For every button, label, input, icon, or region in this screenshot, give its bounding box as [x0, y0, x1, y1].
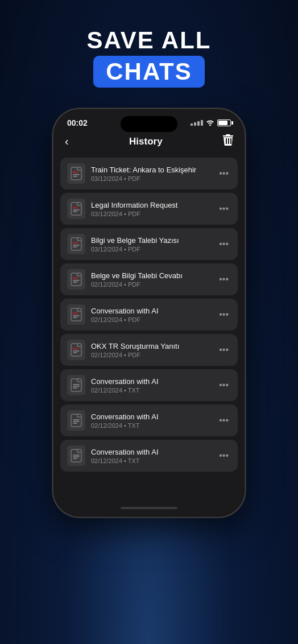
item-meta: 02/12/2024 • TXT	[91, 387, 211, 394]
more-button[interactable]: •••	[217, 272, 231, 287]
headline-line2: CHATS	[106, 58, 192, 85]
status-icons	[191, 118, 231, 127]
item-info: Conversation with AI 02/12/2024 • TXT	[91, 412, 211, 429]
list-item[interactable]: PDF Bilgi ve Belge Talebi Yazısı 03/12/2…	[60, 228, 238, 260]
phone-frame: 00:02 ‹ History	[52, 108, 246, 518]
item-title: Belge ve Bilgi Talebi Cevabı	[91, 271, 211, 280]
back-button[interactable]: ‹	[65, 135, 69, 148]
file-icon	[67, 375, 85, 395]
item-meta: 02/12/2024 • PDF	[91, 316, 211, 323]
wifi-icon	[206, 118, 214, 127]
dynamic-island	[121, 116, 177, 132]
file-icon: PDF	[67, 163, 85, 184]
svg-text:PDF: PDF	[73, 241, 78, 245]
status-time: 00:02	[67, 118, 88, 127]
item-info: OKX TR Soruşturma Yanıtı 02/12/2024 • PD…	[91, 342, 211, 358]
more-button[interactable]: •••	[217, 237, 231, 251]
more-button[interactable]: •••	[217, 413, 231, 428]
item-title: Conversation with AI	[91, 412, 211, 421]
file-icon: PDF	[67, 304, 85, 325]
item-info: Bilgi ve Belge Talebi Yazısı 03/12/2024 …	[91, 236, 211, 253]
svg-text:PDF: PDF	[73, 206, 78, 209]
item-title: Legal Information Request	[91, 201, 211, 209]
file-icon: PDF	[67, 269, 85, 290]
item-info: Conversation with AI 02/12/2024 • PDF	[91, 307, 211, 323]
list-item[interactable]: PDF OKX TR Soruşturma Yanıtı 02/12/2024 …	[60, 334, 238, 366]
list-item[interactable]: Conversation with AI 02/12/2024 • TXT ••…	[60, 440, 238, 472]
more-button[interactable]: •••	[217, 201, 231, 216]
list-item[interactable]: PDF Legal Information Request 03/12/2024…	[60, 193, 238, 225]
home-indicator	[53, 499, 245, 517]
file-icon: PDF	[67, 199, 85, 219]
item-info: Train Ticket: Ankara to Eskişehir 03/12/…	[91, 166, 211, 182]
item-info: Conversation with AI 02/12/2024 • TXT	[91, 377, 211, 394]
item-meta: 02/12/2024 • PDF	[91, 352, 211, 358]
item-title: OKX TR Soruşturma Yanıtı	[91, 342, 211, 350]
item-meta: 03/12/2024 • PDF	[91, 246, 211, 253]
file-icon: PDF	[67, 340, 85, 360]
item-info: Legal Information Request 03/12/2024 • P…	[91, 201, 211, 217]
nav-title: History	[129, 136, 163, 147]
list-item[interactable]: PDF Train Ticket: Ankara to Eskişehir 03…	[60, 158, 238, 189]
file-icon	[67, 445, 85, 466]
more-button[interactable]: •••	[217, 166, 231, 181]
item-title: Conversation with AI	[91, 448, 211, 456]
delete-button[interactable]	[223, 134, 233, 148]
svg-text:PDF: PDF	[73, 171, 78, 174]
history-list: PDF Train Ticket: Ankara to Eskişehir 03…	[53, 155, 245, 499]
item-meta: 03/12/2024 • PDF	[91, 210, 211, 217]
item-info: Belge ve Bilgi Talebi Cevabı 02/12/2024 …	[91, 271, 211, 288]
battery-icon	[217, 119, 231, 126]
more-button[interactable]: •••	[217, 378, 231, 393]
item-title: Conversation with AI	[91, 377, 211, 386]
list-item[interactable]: PDF Conversation with AI 02/12/2024 • PD…	[60, 299, 238, 331]
svg-text:PDF: PDF	[73, 347, 78, 350]
item-title: Conversation with AI	[91, 307, 211, 315]
chats-badge: CHATS	[93, 56, 205, 88]
item-meta: 02/12/2024 • PDF	[91, 281, 211, 288]
file-icon: PDF	[67, 234, 85, 254]
list-item[interactable]: Conversation with AI 02/12/2024 • TXT ••…	[60, 369, 238, 401]
svg-rect-12	[71, 379, 81, 391]
more-button[interactable]: •••	[217, 448, 231, 463]
svg-text:PDF: PDF	[73, 276, 78, 280]
file-icon	[67, 410, 85, 431]
svg-rect-14	[71, 449, 81, 462]
list-item[interactable]: Conversation with AI 02/12/2024 • TXT ••…	[60, 404, 238, 436]
item-meta: 02/12/2024 • TXT	[91, 422, 211, 429]
item-title: Train Ticket: Ankara to Eskişehir	[91, 166, 211, 174]
list-item[interactable]: PDF Belge ve Bilgi Talebi Cevabı 02/12/2…	[60, 263, 238, 295]
headline-line1: SAVE ALL	[86, 27, 211, 53]
header-section: SAVE ALL CHATS	[86, 27, 211, 88]
nav-bar: ‹ History	[53, 132, 245, 155]
svg-rect-13	[71, 414, 81, 427]
more-button[interactable]: •••	[217, 342, 231, 357]
signal-icon	[191, 120, 203, 126]
item-info: Conversation with AI 02/12/2024 • TXT	[91, 448, 211, 464]
item-meta: 02/12/2024 • TXT	[91, 457, 211, 464]
home-bar	[121, 507, 177, 509]
svg-text:PDF: PDF	[73, 312, 78, 315]
item-meta: 03/12/2024 • PDF	[91, 175, 211, 182]
more-button[interactable]: •••	[217, 307, 231, 322]
item-title: Bilgi ve Belge Talebi Yazısı	[91, 236, 211, 245]
